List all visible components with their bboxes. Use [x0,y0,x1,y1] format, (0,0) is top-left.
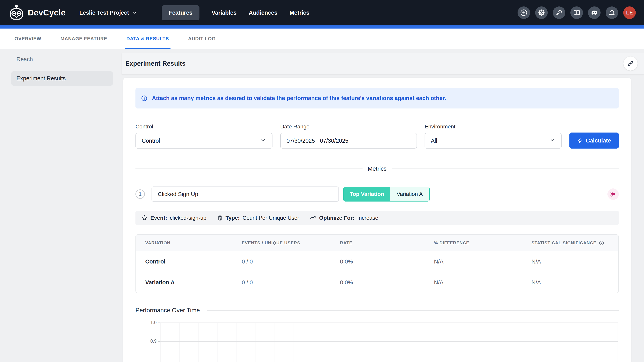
tab-manage-feature[interactable]: MANAGE FEATURE [59,28,109,49]
row-significance: N/A [532,279,618,286]
row-significance: N/A [532,258,618,265]
feature-tabbar: OVERVIEW MANAGE FEATURE DATA & RESULTS A… [0,28,644,49]
avatar[interactable]: LE [623,6,636,19]
top-navbar: DevCycle Leslie Test Project Features Va… [0,0,644,25]
nav-item-variables[interactable]: Variables [212,5,236,20]
tab-audit-log[interactable]: AUDIT LOG [186,28,217,49]
col-difference: % DIFFERENCE [434,240,532,245]
event-label: Event: [150,215,167,221]
gear-icon [538,9,545,16]
calculate-label: Calculate [586,137,611,144]
toggle-variation-a[interactable]: Variation A [390,187,429,201]
performance-title: Performance Over Time [136,307,200,314]
page-title: Experiment Results [125,60,186,67]
chart-gridline [160,341,618,342]
date-range-value: 07/30/2025 - 07/30/2025 [286,138,348,144]
y-axis-tick-label: 1.0 [136,320,156,325]
calculate-button[interactable]: Calculate [570,133,619,149]
control-value: Control [142,138,160,144]
notifications-button[interactable] [606,6,618,19]
type-value: Count Per Unique User [242,215,299,221]
control-select[interactable]: Control [136,133,272,149]
tab-data-results[interactable]: DATA & RESULTS [125,28,170,49]
settings-button[interactable] [535,6,548,19]
nav-item-audiences[interactable]: Audiences [249,5,278,20]
row-events: 0 / 0 [242,279,340,286]
info-icon[interactable] [599,240,604,246]
control-label: Control [136,124,272,130]
info-banner-text: Attach as many metrics as desired to val… [152,95,446,101]
optimize-label: Optimize For: [319,215,354,221]
environment-filter: Environment All [424,124,562,149]
chevron-down-icon [550,137,555,143]
table-row: Variation A 0 / 0 0.0% N/A N/A [136,272,618,293]
trending-up-icon [310,215,316,221]
devcycle-robot-icon [8,4,25,21]
app-root: DevCycle Leslie Test Project Features Va… [0,0,644,362]
row-variation: Variation A [145,279,242,286]
primary-nav: Features Variables Audiences Metrics [162,5,309,20]
metrics-divider-label: Metrics [368,165,386,172]
info-banner: Attach as many metrics as desired to val… [136,88,619,109]
page-header: Experiment Results [122,53,644,74]
project-name: Leslie Test Project [79,9,129,16]
event-value: clicked-sign-up [170,215,206,221]
row-variation: Control [145,258,242,265]
add-button[interactable] [518,6,530,19]
filters-row: Control Control Date Range 07/30/2025 - … [136,124,619,149]
date-range-filter: Date Range 07/30/2025 - 07/30/2025 [280,124,417,149]
environment-select[interactable]: All [424,133,562,149]
sidebar-item-experiment-results[interactable]: Experiment Results [11,71,113,86]
row-difference: N/A [434,258,532,265]
chart-gridline [160,323,618,323]
book-icon [573,9,580,16]
results-table: VARIATION EVENTS / UNIQUE USERS RATE % D… [136,234,619,293]
performance-section-header: Performance Over Time [136,307,619,314]
metric-summary-bar: Event: clicked-sign-up Type: Count Per U… [136,211,619,225]
y-axis-tick-mark [158,323,160,323]
navbar-actions: LE [518,6,636,19]
control-filter: Control Control [136,124,272,149]
sidebar-item-reach[interactable]: Reach [16,56,122,63]
metric-name-input[interactable]: Clicked Sign Up [152,186,339,202]
info-icon [141,95,148,102]
star-icon [141,215,148,221]
y-axis-tick-label: 0.9 [136,339,156,344]
chevron-down-icon [132,10,137,15]
performance-divider-line [207,310,619,311]
toggle-top-variation[interactable]: Top Variation [344,187,390,201]
nav-item-metrics[interactable]: Metrics [290,5,310,20]
main-panel: Experiment Results Attach as many metric… [122,50,644,362]
discord-icon [590,9,598,17]
brand-logo[interactable]: DevCycle [8,4,66,21]
bell-icon [608,9,616,16]
experiment-results-card: Attach as many metrics as desired to val… [123,78,631,362]
project-selector[interactable]: Leslie Test Project [79,9,137,16]
date-range-input[interactable]: 07/30/2025 - 07/30/2025 [280,133,417,149]
api-keys-button[interactable] [553,6,565,19]
link-icon [627,60,634,67]
metric-row: 1 Clicked Sign Up Top Variation Variatio… [136,186,619,202]
col-variation: VARIATION [145,240,242,245]
results-sidebar: Reach Experiment Results [0,50,122,362]
tab-overview[interactable]: OVERVIEW [13,28,43,49]
y-axis-tick-mark [158,341,160,342]
metric-index-badge: 1 [136,189,145,199]
chart-plot-area [160,323,618,362]
row-events: 0 / 0 [242,258,340,265]
lightning-bolt-icon [577,138,583,144]
copy-link-button[interactable] [624,56,638,71]
environment-label: Environment [424,124,562,130]
accent-bar [0,25,644,28]
table-header-row: VARIATION EVENTS / UNIQUE USERS RATE % D… [136,235,618,251]
docs-button[interactable] [570,6,583,19]
nav-item-features[interactable]: Features [162,5,200,20]
discord-button[interactable] [588,6,600,19]
variation-toggle: Top Variation Variation A [343,187,430,201]
environment-value: All [431,138,437,144]
remove-metric-button[interactable] [608,188,619,200]
row-rate: 0.0% [340,258,434,265]
performance-chart: 1.0 0.9 [136,323,619,360]
row-rate: 0.0% [340,279,434,286]
chevron-down-icon [260,137,266,143]
